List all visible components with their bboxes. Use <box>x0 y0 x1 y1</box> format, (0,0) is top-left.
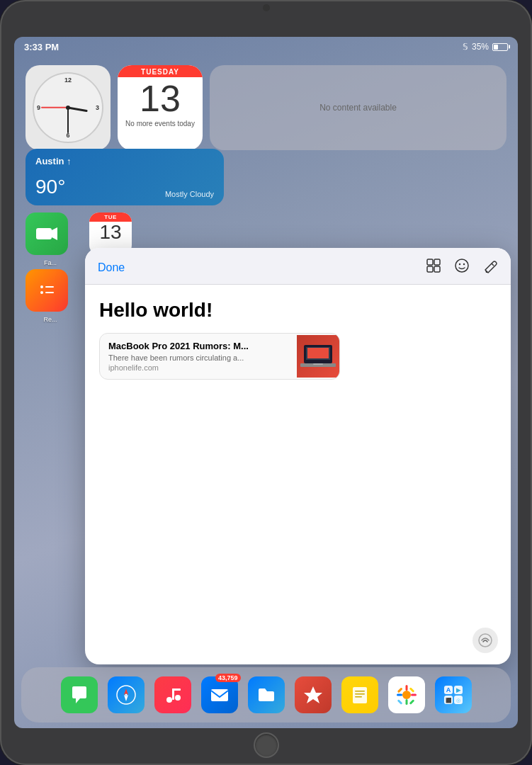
link-card-desc: There have been rumors circulating a... <box>108 353 288 362</box>
status-time: 3:33 PM <box>24 42 59 52</box>
svg-rect-36 <box>397 694 402 696</box>
reminders-app[interactable] <box>26 269 68 312</box>
svg-rect-30 <box>355 691 365 692</box>
svg-rect-27 <box>172 688 181 691</box>
svg-rect-34 <box>405 685 407 691</box>
battery-percent: 35% <box>472 42 489 52</box>
svg-point-24 <box>166 697 172 703</box>
svg-rect-5 <box>45 292 54 293</box>
calendar-widget[interactable]: TUESDAY 13 No more events today <box>118 65 203 150</box>
link-card-thumbnail <box>297 335 339 378</box>
svg-rect-0 <box>36 228 52 239</box>
clock-center <box>66 106 70 110</box>
dock-spark[interactable] <box>295 676 332 713</box>
siri-icon <box>478 633 492 647</box>
svg-text:▶: ▶ <box>456 687 461 693</box>
svg-point-11 <box>455 259 468 272</box>
dock-appstore-combo[interactable]: A ▶ ⬛ ◎ <box>435 676 472 713</box>
toolbar-icons <box>426 258 498 277</box>
svg-rect-16 <box>307 348 329 358</box>
status-icons: 𝕊 35% <box>463 42 508 52</box>
widgets-row-1: 12 3 6 9 TUESDAY 13 No more events today <box>14 57 518 159</box>
battery-icon <box>492 43 508 51</box>
svg-rect-10 <box>434 266 440 272</box>
svg-point-25 <box>175 695 181 701</box>
edit-icon[interactable] <box>482 258 498 277</box>
clock-minute-hand <box>67 108 69 133</box>
dock-photos[interactable] <box>388 676 425 713</box>
reminders-label: Re... <box>43 316 57 323</box>
dock-messages[interactable] <box>61 676 98 713</box>
svg-rect-8 <box>434 259 440 265</box>
siri-button[interactable] <box>472 628 498 653</box>
weather-description: Mostly Cloudy <box>165 190 214 198</box>
reminders-app-container: Re... <box>26 269 75 312</box>
weather-widget[interactable]: Austin ↑ 90° Mostly Cloudy <box>26 149 224 205</box>
svg-text:⬛: ⬛ <box>445 697 451 703</box>
link-card-title: MacBook Pro 2021 Rumors: M... <box>108 341 288 351</box>
spark-icon <box>302 684 324 706</box>
clock-hour-hand <box>68 107 88 113</box>
clock-num-9: 9 <box>37 104 40 111</box>
dock-notes[interactable] <box>341 676 378 713</box>
svg-rect-40 <box>397 699 402 705</box>
clock-num-3: 3 <box>96 104 99 111</box>
done-button[interactable]: Done <box>98 261 125 274</box>
ipad-screen: 3:33 PM 𝕊 35% 12 3 6 9 <box>14 37 518 728</box>
note-title: Hello world! <box>99 299 497 322</box>
appstore-combo-icon: A ▶ ⬛ ◎ <box>443 684 464 706</box>
music-icon <box>162 684 183 706</box>
svg-rect-31 <box>355 693 365 695</box>
dock-files[interactable] <box>248 676 285 713</box>
front-camera <box>263 4 270 11</box>
note-content: Hello world! MacBook Pro 2021 Rumors: M.… <box>85 285 511 391</box>
wifi-icon: 𝕊 <box>463 42 468 52</box>
svg-rect-39 <box>409 687 414 693</box>
svg-rect-41 <box>409 699 414 705</box>
svg-rect-9 <box>427 266 433 272</box>
svg-rect-3 <box>45 286 54 288</box>
dock: 43,759 <box>21 667 511 722</box>
svg-rect-38 <box>397 687 402 693</box>
reminders-icon <box>36 280 57 301</box>
ipad-frame: 3:33 PM 𝕊 35% 12 3 6 9 <box>0 0 532 765</box>
photos-icon <box>394 682 419 708</box>
svg-point-12 <box>459 264 460 265</box>
svg-text:A: A <box>446 686 451 693</box>
svg-rect-28 <box>211 689 228 701</box>
svg-marker-1 <box>52 227 57 240</box>
calendar-no-events: No more events today <box>120 120 200 128</box>
weather-temperature: 90° <box>35 176 65 198</box>
link-card-domain: iphonelife.com <box>108 363 288 372</box>
emoji-icon[interactable] <box>454 258 470 277</box>
dock-safari[interactable] <box>108 676 145 713</box>
svg-point-33 <box>402 691 411 699</box>
svg-rect-7 <box>427 259 433 265</box>
notes-icon <box>349 684 370 706</box>
messages-icon <box>69 684 90 706</box>
svg-point-13 <box>463 264 465 265</box>
thumbnail-svg <box>300 342 336 370</box>
facetime-label: Fa... <box>44 259 57 266</box>
home-button[interactable] <box>254 732 279 758</box>
mail-badge: 43,759 <box>215 674 241 682</box>
battery-fill <box>494 45 498 50</box>
dock-mail[interactable]: 43,759 <box>201 676 238 713</box>
dock-music[interactable] <box>154 676 191 713</box>
placeholder-widget: No content available <box>210 65 506 150</box>
files-icon <box>256 684 277 706</box>
status-bar: 3:33 PM 𝕊 35% <box>14 37 518 57</box>
facetime-app[interactable] <box>26 212 68 255</box>
calendar-date: 13 <box>140 80 181 117</box>
note-link-card[interactable]: MacBook Pro 2021 Rumors: M... There have… <box>99 333 340 380</box>
note-toolbar: Done <box>85 248 511 285</box>
grid-icon[interactable] <box>426 258 441 277</box>
clock-widget[interactable]: 12 3 6 9 <box>26 65 111 150</box>
svg-point-4 <box>40 291 43 294</box>
svg-point-2 <box>40 285 43 288</box>
svg-rect-18 <box>313 363 323 365</box>
clock-face: 12 3 6 9 <box>33 72 103 143</box>
svg-point-21 <box>125 694 127 696</box>
link-card-text: MacBook Pro 2021 Rumors: M... There have… <box>100 334 297 379</box>
note-sheet: Done <box>85 248 511 664</box>
